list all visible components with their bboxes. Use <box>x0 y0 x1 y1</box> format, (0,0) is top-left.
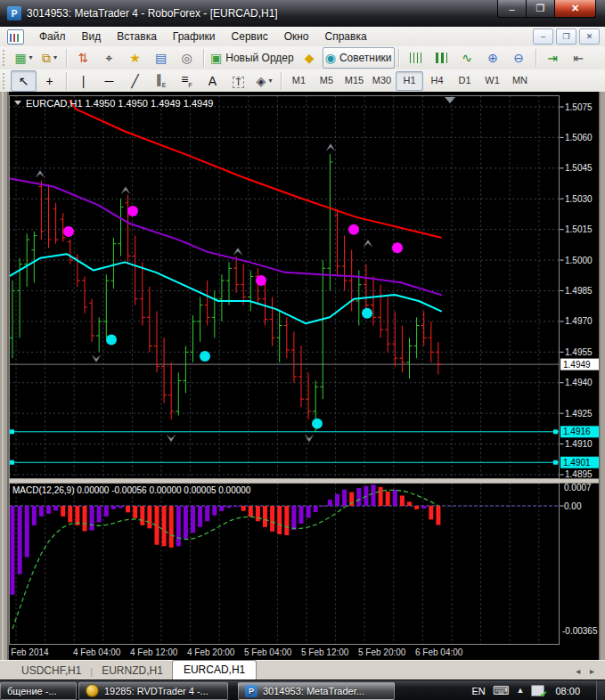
trendline-icon: ╱ <box>131 75 138 87</box>
chart-tab-usdchf[interactable]: USDCHF,H1 <box>12 662 90 680</box>
svg-text:1.4949: 1.4949 <box>563 360 591 370</box>
menu-вставка[interactable]: Вставка <box>109 27 165 46</box>
tester-icon: ◎ <box>181 52 192 64</box>
metaeditor-button[interactable]: ◆ <box>297 47 323 69</box>
auto-scroll-button[interactable]: ⇥ <box>540 47 566 69</box>
timeframe-W1[interactable]: W1 <box>478 71 506 91</box>
toolbar-separator <box>281 72 282 90</box>
chart-plus-icon: ▦ <box>14 52 26 64</box>
vertical-line-button[interactable]: | <box>70 70 96 92</box>
fibonacci-icon: ≡F <box>181 73 192 88</box>
svg-text:4 Feb 20:00: 4 Feb 20:00 <box>187 647 235 657</box>
dropdown-arrow-icon[interactable]: ▾ <box>29 54 33 61</box>
data-window-icon: ⌖ <box>106 52 113 64</box>
zoom-in-button[interactable]: ⊕ <box>480 47 506 69</box>
menu-справка[interactable]: Справка <box>317 27 375 46</box>
svg-text:4 Feb 04:00: 4 Feb 04:00 <box>73 647 121 657</box>
keyboard-icon[interactable]: ⌨ <box>493 685 510 696</box>
chart-shift-button[interactable]: ⇤ <box>566 47 592 69</box>
new-order-button[interactable]: ▣Новый Ордер <box>208 47 297 69</box>
zoom-out-button[interactable]: ⊖ <box>506 47 532 69</box>
timeframe-M30[interactable]: M30 <box>368 71 396 91</box>
svg-text:1.4916: 1.4916 <box>563 427 591 436</box>
minimize-button[interactable]: – <box>497 0 527 18</box>
menu-вид[interactable]: Вид <box>74 27 110 46</box>
chart-tab-eurnzd[interactable]: EURNZD,H1 <box>93 662 172 680</box>
svg-text:1.4925: 1.4925 <box>565 409 593 419</box>
timeframe-H4[interactable]: H4 <box>423 71 451 91</box>
navigator-button[interactable]: ★ <box>122 47 148 69</box>
fibonacci-button[interactable]: ≡F <box>174 70 200 92</box>
toolbar-separator <box>398 49 399 67</box>
mdi-minimize-button[interactable]: – <box>533 28 553 45</box>
language-indicator[interactable]: EN <box>472 686 486 696</box>
network-status-icon[interactable]: ✔ <box>531 685 544 696</box>
menu-items: ФайлВидВставкаГрафикиСервисОкноСправка <box>31 27 375 46</box>
terminal-button[interactable]: ▤ <box>148 47 174 69</box>
cursor-button[interactable]: ↖ <box>11 70 37 92</box>
new-chart-button[interactable]: ▦▾ <box>11 47 37 69</box>
strategy-tester-button[interactable]: ◎ <box>174 47 200 69</box>
menu-окно[interactable]: Окно <box>276 27 317 46</box>
mdi-restore-button[interactable]: ❐ <box>556 28 576 45</box>
timeframe-M15[interactable]: M15 <box>340 71 368 91</box>
timeframe-M1[interactable]: M1 <box>285 71 313 91</box>
dropdown-arrow-icon[interactable]: ▾ <box>53 54 57 61</box>
close-button[interactable]: ✕ <box>554 0 596 18</box>
window-titlebar[interactable]: P 3014953: MetaTrader 4 - RoboForex - [E… <box>0 0 605 28</box>
menu-графики[interactable]: Графики <box>165 27 224 46</box>
macd-label: MACD(12,26,9) 0.00000 -0.00056 0.00000 0… <box>12 485 251 495</box>
taskbar-clock[interactable]: 08:00 <box>552 686 584 696</box>
timeframe-MN[interactable]: MN <box>506 71 534 91</box>
timeframe-H1[interactable]: H1 <box>396 71 423 91</box>
menu-сервис[interactable]: Сервис <box>224 27 276 46</box>
maximize-button[interactable]: ❐ <box>527 0 554 18</box>
mdi-close-button[interactable]: ✕ <box>579 28 600 45</box>
market-watch-icon: ⇅ <box>78 52 89 64</box>
horizontal-line-button[interactable]: ─ <box>96 70 122 92</box>
navigator-icon: ★ <box>129 52 141 64</box>
time-scale[interactable]: 3 Feb 20144 Feb 04:004 Feb 12:004 Feb 20… <box>4 647 463 657</box>
price-chart[interactable]: 1.50751.50601.50451.50301.50151.50001.49… <box>0 92 605 660</box>
standard-toolbar: ▦▾⧉▾⇅⌖★▤◎▣Новый Ордер◆◉Советники∿⊕⊖⇥⇤ <box>0 46 605 70</box>
svg-text:1.4940: 1.4940 <box>565 378 593 387</box>
cursor-icon: ↖ <box>19 75 29 87</box>
toolbar-separator <box>66 49 67 67</box>
svg-text:0.0007: 0.0007 <box>564 483 592 492</box>
show-desktop-button[interactable] <box>596 680 605 700</box>
svg-text:1.4895: 1.4895 <box>565 469 593 479</box>
dropdown-arrow-icon[interactable]: ▾ <box>268 77 272 85</box>
timeframe-D1[interactable]: D1 <box>451 71 478 91</box>
tab-scroll-arrows[interactable]: ◂ ▸ <box>576 666 605 680</box>
window-title: 3014953: MetaTrader 4 - RoboForex - [EUR… <box>27 7 278 20</box>
expert-advisors-button[interactable]: ◉Советники <box>323 47 395 69</box>
taskbar-button-3[interactable]: P3014953: MetaTrader... <box>238 682 395 700</box>
svg-text:0.00: 0.00 <box>564 501 582 511</box>
chart-tab-bar: USDCHF,H1|EURNZD,H1EURCAD,H1◂ ▸ <box>0 660 605 680</box>
show-hidden-icons[interactable]: ▲ <box>517 687 525 695</box>
chart-candles-button[interactable] <box>429 47 454 69</box>
text-label-button[interactable]: T <box>225 70 251 92</box>
chart-line-button[interactable]: ∿ <box>454 47 480 69</box>
timeframe-M5[interactable]: M5 <box>313 71 340 91</box>
taskbar-button-2[interactable]: 19285: RVDTrader 4 -... <box>78 682 228 700</box>
crosshair-button[interactable]: + <box>37 70 62 92</box>
taskbar-button-1[interactable]: бщение -... <box>0 682 77 700</box>
trendline-button[interactable]: ╱ <box>122 70 148 92</box>
crosshair-icon: + <box>45 75 53 87</box>
mdi-window-controls: –❐✕ <box>533 28 605 45</box>
chart-tab-eurcad[interactable]: EURCAD,H1 <box>172 660 257 680</box>
panel-splitter[interactable] <box>9 479 599 484</box>
market-watch-button[interactable]: ⇅ <box>70 47 96 69</box>
menu-файл[interactable]: Файл <box>31 27 74 46</box>
equidistant-channel-button[interactable]: ∥E <box>148 70 174 92</box>
text-button[interactable]: A <box>200 70 225 92</box>
svg-text:5 Feb 20:00: 5 Feb 20:00 <box>358 647 406 657</box>
terminal-icon: ▤ <box>155 52 167 64</box>
profiles-button[interactable]: ⧉▾ <box>37 47 62 69</box>
chart-bars-button[interactable] <box>403 47 429 69</box>
svg-text:6 Feb 04:00: 6 Feb 04:00 <box>415 647 463 657</box>
arrows-tool-button[interactable]: ◈▾ <box>251 70 277 92</box>
svg-text:4 Feb 12:00: 4 Feb 12:00 <box>130 647 178 657</box>
data-window-button[interactable]: ⌖ <box>96 47 122 69</box>
